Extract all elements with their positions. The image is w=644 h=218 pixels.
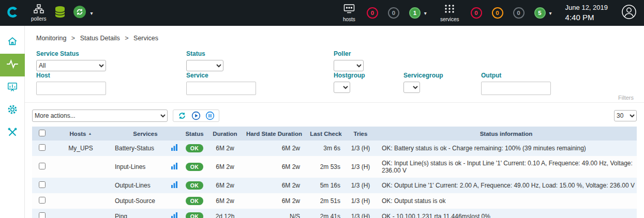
column-header-status[interactable]: Status: [181, 127, 208, 141]
services-menu[interactable]: services: [440, 4, 459, 22]
hosts-icon: [343, 4, 355, 15]
status-counter-green[interactable]: 1: [409, 7, 421, 19]
poller-select[interactable]: [334, 60, 364, 71]
service-cell[interactable]: Output-Lines: [110, 178, 168, 193]
graph-cell[interactable]: [168, 178, 181, 193]
output-input[interactable]: [481, 82, 551, 95]
user-menu[interactable]: [621, 4, 637, 22]
service-input[interactable]: [186, 82, 256, 95]
host-input[interactable]: [36, 82, 106, 95]
sidebar-item-home[interactable]: [0, 31, 25, 54]
table-row: Output-SourceOK6M 2w6M 2w2m 51s1/3 (H)OK…: [32, 193, 637, 209]
tries-cell: 1/3 (H): [346, 209, 376, 218]
graph-cell[interactable]: [168, 209, 181, 218]
page-size-select[interactable]: 30: [614, 110, 637, 121]
sidebar-item-reporting[interactable]: [0, 76, 25, 99]
status-counter-gray[interactable]: 0: [388, 7, 399, 19]
breadcrumb-monitoring[interactable]: Monitoring: [36, 35, 66, 42]
servicegroup-select[interactable]: [403, 82, 420, 93]
database-icon: [54, 6, 66, 21]
hostgroup-select[interactable]: [334, 82, 350, 93]
column-header-tries[interactable]: Tries: [346, 127, 376, 141]
more-actions-select[interactable]: More actions...: [32, 110, 168, 122]
filters-caption[interactable]: Filters: [618, 95, 634, 101]
row-checkbox-cell: [32, 209, 52, 218]
chevron-down-icon[interactable]: ▾: [424, 10, 427, 16]
hard-state-duration-cell: 6M 2w: [242, 156, 306, 178]
status-information-cell: OK: Output status is ok: [376, 193, 637, 209]
column-header-status-information[interactable]: Status information: [376, 127, 637, 141]
column-header-duration[interactable]: Duration: [208, 127, 242, 141]
service-cell[interactable]: Ping: [110, 209, 168, 218]
graph-cell[interactable]: [168, 141, 181, 156]
user-icon: [621, 4, 637, 22]
sidebar-item-administration[interactable]: [0, 122, 25, 145]
row-checkbox[interactable]: [39, 212, 46, 218]
pollers-menu[interactable]: pollers: [31, 4, 46, 22]
graph-cell[interactable]: [168, 156, 181, 178]
output-label: Output: [481, 72, 551, 79]
row-checkbox-cell: [32, 178, 52, 193]
status-counter-green[interactable]: 5: [534, 7, 546, 19]
pause-icon[interactable]: [205, 111, 215, 120]
graph-icon[interactable]: [171, 164, 177, 171]
hosts-label: hosts: [343, 17, 355, 22]
status-counter-red[interactable]: 0: [367, 7, 378, 19]
select-all-checkbox[interactable]: [39, 130, 46, 136]
table-row: PingOK2d 12hN/S2m 41s1/3 (H)OK - 10.100.…: [32, 209, 637, 218]
table-row: My_UPSBattery-StatusOK6M 2w6M 2w3m 6s1/3…: [32, 141, 637, 156]
status-label: Status: [186, 50, 223, 57]
status-information-cell: OK: Battery status is ok - Charge remain…: [376, 141, 637, 156]
row-checkbox[interactable]: [39, 163, 46, 169]
poller-state-indicator[interactable]: [73, 5, 86, 21]
tries-cell: 1/3 (H): [346, 141, 376, 156]
services-label: services: [440, 17, 459, 22]
graph-icon[interactable]: [171, 182, 177, 190]
home-icon: [7, 36, 18, 49]
chevron-down-icon[interactable]: ▾: [90, 10, 93, 16]
status-cell: OK: [181, 156, 208, 178]
column-header-last-check[interactable]: Last Check: [306, 127, 346, 141]
row-checkbox[interactable]: [39, 144, 46, 151]
row-checkbox[interactable]: [39, 181, 46, 188]
column-header-hard-state-duration[interactable]: Hard State Duration: [242, 127, 306, 141]
services-status-cluster: services 0005 ▾: [440, 4, 552, 22]
status-badge: OK: [186, 144, 203, 152]
centreon-logo[interactable]: [0, 0, 25, 26]
sidebar: [0, 26, 25, 218]
graph-icon[interactable]: [171, 213, 177, 218]
column-header-hosts[interactable]: Hosts▲: [52, 127, 110, 141]
database-status[interactable]: [54, 6, 66, 21]
status-select[interactable]: [186, 60, 223, 71]
breadcrumb-services[interactable]: Services: [133, 35, 158, 42]
sidebar-item-configuration[interactable]: [0, 99, 25, 122]
refresh-icon[interactable]: [177, 111, 187, 120]
status-badge: OK: [186, 181, 203, 190]
hard-state-duration-cell: 6M 2w: [242, 193, 306, 209]
actions-toolbar: More actions... 30: [32, 110, 637, 122]
breadcrumb-status-details[interactable]: Status Details: [80, 35, 120, 42]
service-status-select[interactable]: All: [36, 60, 106, 71]
host-cell: [52, 156, 110, 178]
chevron-down-icon[interactable]: ▾: [549, 10, 552, 16]
play-icon[interactable]: [191, 111, 201, 120]
status-counter-gray[interactable]: 0: [513, 7, 525, 19]
service-cell[interactable]: Output-Source: [110, 193, 168, 209]
status-counter-red[interactable]: 0: [471, 7, 482, 19]
duration-cell: 6M 2w: [208, 156, 242, 178]
host-cell[interactable]: My_UPS: [52, 141, 110, 156]
hard-state-duration-cell: 6M 2w: [242, 141, 306, 156]
tries-cell: 1/3 (H): [346, 178, 376, 193]
column-header-services[interactable]: Services: [110, 127, 181, 141]
duration-cell: 2d 12h: [208, 209, 242, 218]
graph-icon[interactable]: [171, 145, 177, 152]
service-cell[interactable]: Input-Lines: [110, 156, 168, 178]
duration-cell: 6M 2w: [208, 141, 242, 156]
pollers-icon: [34, 4, 44, 14]
service-cell[interactable]: Battery-Status: [110, 141, 168, 156]
status-counter-orange[interactable]: 0: [492, 7, 503, 19]
hosts-menu[interactable]: hosts: [343, 4, 355, 22]
status-badge: OK: [186, 197, 203, 205]
row-checkbox[interactable]: [39, 197, 46, 204]
sidebar-item-monitoring[interactable]: [0, 54, 25, 76]
